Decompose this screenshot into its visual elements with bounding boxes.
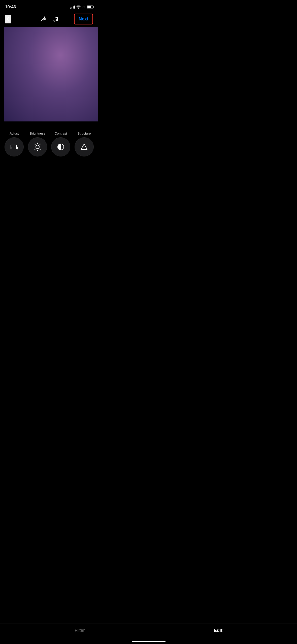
contrast-icon <box>55 141 66 152</box>
svg-line-2 <box>44 17 45 18</box>
tool-adjust[interactable]: Adjust <box>5 132 24 156</box>
brightness-icon <box>32 141 43 152</box>
nav-center-icons <box>39 16 59 23</box>
back-button[interactable] <box>5 15 11 23</box>
tool-brightness-circle <box>28 137 47 156</box>
tool-structure-circle <box>75 137 94 156</box>
svg-point-12 <box>56 19 58 21</box>
battery-icon <box>87 6 93 9</box>
tool-structure[interactable]: Structure <box>75 132 94 156</box>
battery-percentage: 79 <box>82 6 85 9</box>
music-note-button[interactable] <box>52 16 59 22</box>
svg-line-23 <box>35 149 35 150</box>
svg-line-1 <box>41 18 44 21</box>
tool-structure-label: Structure <box>77 132 91 135</box>
signal-bars-icon <box>70 6 75 9</box>
structure-icon <box>79 141 90 152</box>
wifi-icon <box>76 6 81 9</box>
tool-adjust-circle <box>5 137 24 156</box>
adjust-icon <box>9 142 19 152</box>
tool-contrast[interactable]: Contrast <box>51 132 70 156</box>
tool-brightness[interactable]: Brightness <box>28 132 47 156</box>
magic-wand-button[interactable] <box>39 16 46 23</box>
tool-adjust-label: Adjust <box>10 132 19 135</box>
svg-point-9 <box>45 18 46 19</box>
tool-brightness-label: Brightness <box>30 132 45 135</box>
tool-contrast-label: Contrast <box>55 132 67 135</box>
status-icons: 79 <box>70 6 93 9</box>
svg-line-20 <box>35 144 35 145</box>
tool-contrast-circle <box>51 137 70 156</box>
svg-line-22 <box>40 144 41 145</box>
status-bar: 10:46 79 <box>0 0 98 13</box>
tools-grid: Adjust Brightness <box>3 132 96 156</box>
svg-point-0 <box>78 8 79 8</box>
svg-point-11 <box>54 20 55 21</box>
svg-line-21 <box>40 149 41 150</box>
svg-line-3 <box>44 17 45 17</box>
svg-point-10 <box>44 20 44 21</box>
next-button-highlighted[interactable]: Next <box>74 14 93 24</box>
image-canvas <box>4 27 98 121</box>
status-time: 10:46 <box>5 5 16 10</box>
svg-point-8 <box>44 19 45 20</box>
next-button[interactable]: Next <box>76 15 91 23</box>
nav-bar: Next <box>0 13 98 27</box>
svg-point-15 <box>36 145 39 149</box>
tools-section: Adjust Brightness <box>0 121 98 162</box>
